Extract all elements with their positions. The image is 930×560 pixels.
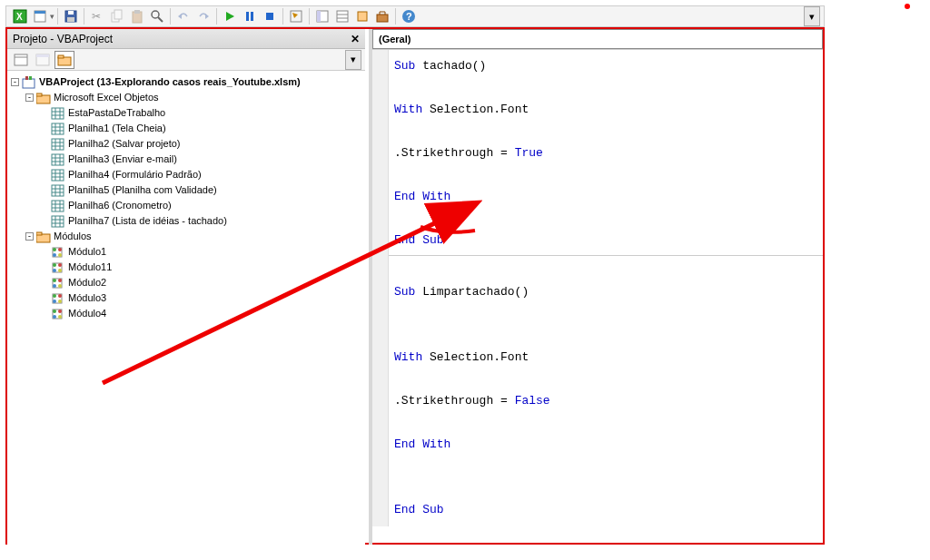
tree-item-icon: [51, 169, 65, 182]
tree-node[interactable]: -VBAProject (13-Explorando casos reais_Y…: [11, 74, 365, 90]
code-line: End With: [394, 186, 819, 208]
tree-node[interactable]: Planilha4 (Formulário Padrão): [11, 167, 365, 182]
svg-point-96: [58, 279, 62, 282]
svg-point-97: [53, 284, 56, 288]
svg-rect-27: [358, 12, 367, 21]
tree-node[interactable]: Módulo3: [11, 290, 365, 306]
tree-node[interactable]: Planilha1 (Tela Cheia): [11, 121, 365, 136]
svg-rect-6: [67, 17, 74, 22]
code-line: End Sub: [394, 499, 819, 521]
svg-point-108: [58, 315, 62, 319]
toolbar-overflow-icon[interactable]: ▾: [804, 6, 820, 26]
svg-point-93: [58, 269, 62, 272]
code-line: .Strikethrough = False: [394, 390, 819, 412]
design-icon[interactable]: [287, 7, 305, 25]
tree-node[interactable]: Módulo11: [11, 260, 365, 275]
project-explorer-pane: Projeto - VBAProject ✕ ▾ -VBAProject (13…: [7, 29, 365, 545]
expand-icon[interactable]: -: [25, 232, 34, 241]
tree-node[interactable]: EstaPastaDeTrabalho: [11, 105, 365, 121]
find-icon[interactable]: [148, 7, 166, 25]
project-tree[interactable]: -VBAProject (13-Explorando casos reais_Y…: [7, 71, 365, 543]
expand-icon[interactable]: -: [25, 93, 34, 102]
expand-icon[interactable]: -: [11, 78, 19, 86]
svg-point-103: [58, 300, 62, 303]
project-toolbar-overflow-icon[interactable]: ▾: [345, 50, 361, 70]
tree-item-icon: [51, 261, 65, 274]
code-editor[interactable]: Sub tachado() With Selection.Font .Strik…: [372, 49, 823, 526]
properties-icon[interactable]: [333, 7, 351, 25]
project-title-bar: Projeto - VBAProject ✕: [7, 29, 365, 49]
project-title-text: Projeto - VBAProject: [13, 33, 113, 45]
tree-item-icon: [51, 246, 65, 259]
code-scope-dropdown[interactable]: (Geral): [372, 29, 823, 49]
project-toolbar: ▾: [7, 49, 365, 71]
tree-item-label: EstaPastaDeTrabalho: [68, 105, 165, 121]
code-line: With Selection.Font: [394, 99, 819, 121]
redo-icon[interactable]: [194, 7, 213, 25]
svg-point-101: [58, 294, 62, 298]
svg-point-95: [53, 279, 56, 282]
help-icon[interactable]: ?: [400, 7, 418, 25]
svg-rect-23: [317, 11, 321, 22]
view-code-icon[interactable]: [11, 51, 31, 69]
pause-icon[interactable]: [241, 7, 259, 25]
red-dot-indicator: [905, 4, 910, 9]
svg-rect-52: [52, 139, 64, 150]
code-line: [394, 208, 819, 230]
tree-node[interactable]: Planilha5 (Planilha com Validade): [11, 182, 365, 198]
tree-node[interactable]: Módulo2: [11, 275, 365, 290]
paste-icon[interactable]: [128, 7, 146, 25]
tree-item-label: Planilha6 (Cronometro): [68, 198, 172, 213]
tree-item-label: Planilha5 (Planilha com Validade): [68, 182, 217, 198]
code-line: .Strikethrough = True: [394, 142, 819, 164]
svg-rect-38: [25, 76, 28, 80]
svg-rect-41: [36, 93, 42, 96]
svg-rect-18: [251, 12, 253, 21]
tree-item-label: Planilha1 (Tela Cheia): [68, 121, 166, 136]
tree-item-icon: [51, 107, 65, 120]
code-line: [394, 325, 819, 347]
tree-node[interactable]: -Microsoft Excel Objetos: [11, 90, 365, 105]
save-icon[interactable]: [62, 7, 80, 25]
code-line: [394, 368, 819, 390]
view-object-icon[interactable]: [33, 51, 53, 69]
code-line: [394, 164, 819, 186]
cut-icon[interactable]: ✂: [88, 7, 106, 25]
tree-node[interactable]: Planilha2 (Salvar projeto): [11, 136, 365, 152]
svg-line-13: [158, 17, 163, 22]
svg-marker-21: [292, 13, 298, 18]
tree-node[interactable]: Planilha7 (Lista de idéias - tachado): [11, 213, 365, 229]
run-icon[interactable]: [221, 7, 239, 25]
tree-item-icon: [51, 308, 65, 320]
code-margin: [372, 50, 389, 526]
tree-node[interactable]: -Módulos: [11, 229, 365, 244]
tree-node[interactable]: Módulo1: [11, 244, 365, 260]
tree-node[interactable]: Módulo4: [11, 306, 365, 321]
tree-node[interactable]: Planilha6 (Cronometro): [11, 198, 365, 213]
svg-point-90: [53, 263, 56, 267]
project-explorer-icon[interactable]: [313, 7, 331, 25]
svg-point-91: [58, 263, 62, 267]
copy-icon[interactable]: [108, 7, 126, 25]
tree-item-label: Planilha7 (Lista de idéias - tachado): [68, 213, 227, 229]
undo-icon[interactable]: [174, 7, 193, 25]
tree-item-label: Microsoft Excel Objetos: [54, 90, 159, 105]
toggle-folders-icon[interactable]: [54, 51, 74, 69]
svg-marker-16: [226, 12, 234, 21]
svg-point-92: [53, 269, 56, 272]
tree-item-icon: [22, 76, 36, 89]
toolbox-icon[interactable]: [373, 7, 391, 25]
svg-rect-62: [52, 170, 64, 181]
main-frame: Projeto - VBAProject ✕ ▾ -VBAProject (13…: [5, 27, 825, 545]
stop-icon[interactable]: [261, 7, 279, 25]
excel-icon[interactable]: X: [11, 7, 29, 25]
tree-node[interactable]: Planilha3 (Enviar e-mail): [11, 152, 365, 167]
svg-point-106: [58, 309, 62, 313]
object-browser-icon[interactable]: [353, 7, 371, 25]
svg-marker-15: [205, 14, 209, 19]
code-line: End With: [394, 434, 819, 456]
form-icon[interactable]: [31, 7, 49, 25]
close-icon[interactable]: ✕: [351, 33, 360, 45]
svg-rect-37: [23, 79, 35, 88]
code-line: Sub tachado(): [394, 55, 819, 77]
